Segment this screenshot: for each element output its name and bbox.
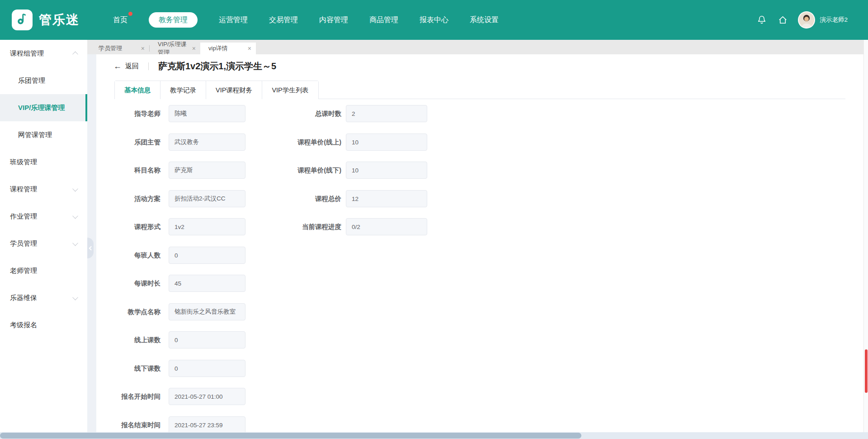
field-label-unit-price-online: 课程单价(线上) bbox=[268, 138, 346, 147]
notification-dot-badge bbox=[128, 12, 132, 16]
nav-item-content[interactable]: 内容管理 bbox=[319, 12, 348, 28]
field-value-activity-plan: 折扣活动2-武汉CC bbox=[169, 190, 245, 207]
close-icon[interactable]: × bbox=[248, 45, 251, 52]
detail-tabs-group: 基本信息 教学记录 VIP课程财务 VIP学生列表 bbox=[114, 81, 319, 99]
form-row: 当前课程进度 0/2 bbox=[268, 218, 427, 235]
form-row: 课程总价 12 bbox=[268, 190, 427, 207]
field-value-lesson-duration: 45 bbox=[169, 275, 245, 292]
field-label-teaching-site: 教学点名称 bbox=[102, 308, 169, 316]
sidebar-item-vip-theory-mgmt[interactable]: VIP/乐理课管理 bbox=[0, 94, 87, 121]
field-label-course-format: 课程形式 bbox=[102, 223, 169, 231]
field-value-orchestra-supervisor: 武汉教务 bbox=[169, 134, 245, 151]
nav-item-transactions[interactable]: 交易管理 bbox=[269, 12, 298, 28]
sidebar-item-online-course-mgmt[interactable]: 网管课管理 bbox=[0, 121, 87, 148]
field-label-subject-name: 科目名称 bbox=[102, 166, 169, 175]
field-value-registration-end: 2021-05-27 23:59 bbox=[169, 416, 245, 432]
field-value-course-format: 1v2 bbox=[169, 218, 245, 235]
form-row: 报名开始时间 2021-05-27 01:00 bbox=[102, 388, 245, 405]
nav-item-reports[interactable]: 报表中心 bbox=[420, 12, 448, 28]
form-row: 总课时数 2 bbox=[268, 105, 427, 122]
field-label-online-lessons: 线上课数 bbox=[102, 336, 169, 344]
home-icon[interactable] bbox=[777, 14, 788, 25]
bell-icon[interactable] bbox=[756, 14, 767, 25]
top-navbar: 管乐迷 首页 教务管理 运营管理 交易管理 内容管理 商品管理 报表中心 系统设… bbox=[0, 0, 868, 40]
sidebar-item-teacher-mgmt[interactable]: 老师管理 bbox=[0, 257, 87, 284]
sidebar: 课程组管理 乐团管理 VIP/乐理课管理 网管课管理 班级管理 课程管理 作业管… bbox=[0, 40, 87, 432]
form-row: 每课时长 45 bbox=[102, 275, 245, 292]
close-icon[interactable]: × bbox=[192, 45, 196, 52]
arrow-left-icon: ← bbox=[113, 62, 122, 70]
sidebar-item-orchestra-mgmt[interactable]: 乐团管理 bbox=[0, 67, 87, 94]
field-label-course-total-price: 课程总价 bbox=[268, 195, 346, 203]
main-area: 学员管理 × VIP/乐理课管理 × vip详情 × ← 返回 萨克斯1v2演示… bbox=[87, 40, 868, 439]
field-label-lesson-duration: 每课时长 bbox=[102, 279, 169, 288]
chevron-down-icon bbox=[72, 294, 78, 300]
field-value-teaching-site: 铭新街乐之风音乐教室 bbox=[169, 303, 245, 320]
field-label-current-progress: 当前课程进度 bbox=[268, 223, 346, 231]
field-value-total-lessons: 2 bbox=[346, 105, 427, 122]
sidebar-item-exam-registration[interactable]: 考级报名 bbox=[0, 311, 87, 339]
form-row: 课程单价(线下) 10 bbox=[268, 162, 427, 179]
field-label-activity-plan: 活动方案 bbox=[102, 195, 169, 203]
form-row: 指导老师 陈曦 bbox=[102, 105, 245, 122]
sidebar-item-homework-mgmt[interactable]: 作业管理 bbox=[0, 203, 87, 230]
horizontal-scrollbar-thumb[interactable] bbox=[0, 433, 581, 439]
nav-item-settings[interactable]: 系统设置 bbox=[470, 12, 499, 28]
close-icon[interactable]: × bbox=[141, 45, 145, 52]
page-tab-label: 学员管理 bbox=[99, 44, 122, 52]
page-tab-vip-theory-mgmt[interactable]: VIP/乐理课管理 × bbox=[150, 43, 200, 54]
detail-page: ← 返回 萨克斯1v2演示1,演示学生～5 基本信息 教学记录 VIP课程财务 … bbox=[96, 54, 863, 432]
page-title: 萨克斯1v2演示1,演示学生～5 bbox=[158, 60, 276, 72]
form-row: 报名结束时间 2021-05-27 23:59 bbox=[102, 416, 245, 432]
field-value-class-size: 0 bbox=[169, 247, 245, 264]
back-label: 返回 bbox=[125, 62, 139, 71]
nav-item-label: 首页 bbox=[113, 16, 127, 24]
user-name[interactable]: 演示老师2 bbox=[820, 16, 848, 24]
header-divider bbox=[148, 62, 149, 70]
field-value-current-progress: 0/2 bbox=[346, 218, 427, 235]
form-row: 线下课数 0 bbox=[102, 360, 245, 377]
tab-vip-course-finance[interactable]: VIP课程财务 bbox=[206, 81, 262, 99]
vertical-scrollbar-thumb[interactable] bbox=[865, 349, 868, 393]
back-button[interactable]: ← 返回 bbox=[113, 62, 139, 71]
chevron-down-icon bbox=[72, 213, 78, 219]
brand-name: 管乐迷 bbox=[39, 11, 80, 29]
nav-item-operations[interactable]: 运营管理 bbox=[219, 12, 248, 28]
sidebar-item-course-group-mgmt[interactable]: 课程组管理 bbox=[0, 40, 87, 67]
chevron-down-icon bbox=[72, 186, 78, 191]
tab-vip-student-list[interactable]: VIP学生列表 bbox=[262, 81, 318, 99]
vertical-scrollbar[interactable] bbox=[863, 40, 868, 432]
sidebar-item-course-mgmt[interactable]: 课程管理 bbox=[0, 176, 87, 203]
field-value-course-total-price: 12 bbox=[346, 190, 427, 207]
sidebar-item-label: 乐器维保 bbox=[10, 294, 37, 302]
horn-note-logo-icon bbox=[15, 12, 29, 28]
field-label-offline-lessons: 线下课数 bbox=[102, 364, 169, 373]
field-value-subject-name: 萨克斯 bbox=[169, 162, 245, 179]
nav-item-home[interactable]: 首页 bbox=[113, 12, 127, 28]
nav-item-academic[interactable]: 教务管理 bbox=[149, 12, 198, 28]
nav-item-products[interactable]: 商品管理 bbox=[369, 12, 398, 28]
open-pages-tabbar: 学员管理 × VIP/乐理课管理 × vip详情 × bbox=[87, 40, 868, 54]
chevron-left-icon bbox=[89, 246, 93, 250]
page-tab-label: vip详情 bbox=[208, 44, 228, 52]
field-label-unit-price-offline: 课程单价(线下) bbox=[268, 166, 346, 175]
page-tab-student-mgmt[interactable]: 学员管理 × bbox=[90, 43, 149, 54]
form-row: 教学点名称 铭新街乐之风音乐教室 bbox=[102, 303, 245, 320]
page-header: ← 返回 萨克斯1v2演示1,演示学生～5 bbox=[113, 60, 276, 72]
field-value-registration-start: 2021-05-27 01:00 bbox=[169, 388, 245, 405]
sidebar-item-instrument-maintenance[interactable]: 乐器维保 bbox=[0, 284, 87, 311]
chevron-up-icon bbox=[72, 51, 78, 57]
field-value-offline-lessons: 0 bbox=[169, 360, 245, 377]
app-logo bbox=[12, 10, 33, 30]
page-tab-vip-detail[interactable]: vip详情 × bbox=[200, 43, 256, 54]
field-label-registration-start: 报名开始时间 bbox=[102, 392, 169, 401]
horizontal-scrollbar[interactable] bbox=[0, 432, 868, 439]
user-avatar[interactable] bbox=[798, 11, 815, 29]
sidebar-collapse-handle[interactable] bbox=[87, 238, 94, 258]
tab-basic-info[interactable]: 基本信息 bbox=[115, 81, 160, 99]
sidebar-item-student-mgmt[interactable]: 学员管理 bbox=[0, 230, 87, 257]
navbar-right: 演示老师2 bbox=[756, 11, 848, 29]
sidebar-item-class-mgmt[interactable]: 班级管理 bbox=[0, 148, 87, 176]
form-row: 课程形式 1v2 bbox=[102, 218, 245, 235]
tab-teaching-records[interactable]: 教学记录 bbox=[160, 81, 206, 99]
